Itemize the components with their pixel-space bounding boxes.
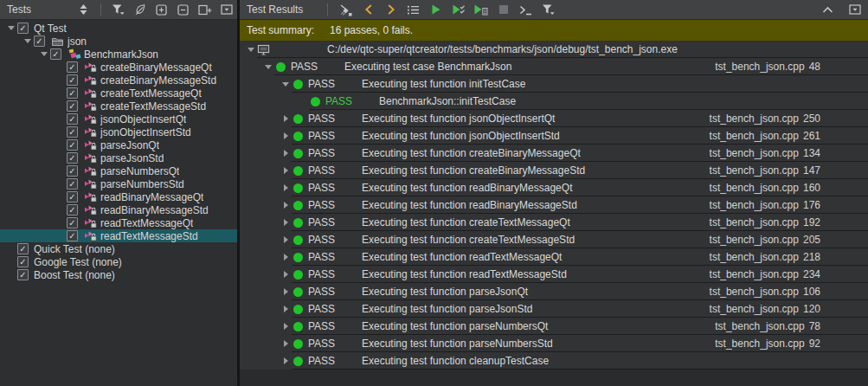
- line-number[interactable]: 106: [803, 286, 820, 298]
- collapse-up-icon[interactable]: [820, 3, 835, 17]
- checkbox-checked[interactable]: ✓: [67, 204, 78, 216]
- result-row[interactable]: C:/dev/qtc-super/qtcreator/tests/benchma…: [240, 41, 868, 58]
- expander-right-icon[interactable]: [280, 271, 292, 278]
- expander-down-icon[interactable]: [245, 48, 257, 52]
- checkbox-checked[interactable]: ✓: [67, 113, 78, 125]
- line-number[interactable]: 205: [803, 234, 820, 246]
- checkbox-checked[interactable]: ✓: [67, 152, 78, 164]
- result-row[interactable]: PASSExecuting test function parseNumbers…: [240, 335, 868, 352]
- expander-down-icon[interactable]: [262, 65, 274, 69]
- line-number[interactable]: 78: [809, 320, 820, 332]
- result-row[interactable]: PASSExecuting test function readBinaryMe…: [240, 196, 868, 214]
- result-row[interactable]: PASSExecuting test case BenchmarkJsontst…: [240, 58, 868, 75]
- tree-item-Boost-Test-none-[interactable]: ✓Boost Test (none): [0, 268, 237, 281]
- result-row[interactable]: PASSExecuting test function readBinaryMe…: [240, 179, 868, 196]
- expander-right-icon[interactable]: [280, 184, 292, 191]
- line-number[interactable]: 218: [803, 251, 820, 263]
- file-name[interactable]: tst_bench_json.cpp: [710, 268, 799, 280]
- checkbox-checked[interactable]: ✓: [67, 139, 78, 151]
- checkbox-checked[interactable]: ✓: [67, 230, 78, 241]
- file-link[interactable]: tst_bench_json.cpp160: [710, 182, 868, 194]
- file-link[interactable]: tst_bench_json.cpp205: [710, 234, 868, 246]
- line-number[interactable]: 192: [803, 216, 820, 228]
- result-row[interactable]: PASSExecuting test function readTextMess…: [240, 266, 868, 283]
- checkbox-checked[interactable]: ✓: [17, 256, 29, 267]
- expander-right-icon[interactable]: [280, 357, 292, 364]
- checkbox-checked[interactable]: ✓: [50, 48, 61, 60]
- tree-item-readTextMessageStd[interactable]: ✓readTextMessageStd: [0, 229, 237, 242]
- file-name[interactable]: tst_bench_json.cpp: [710, 234, 799, 246]
- expander-right-icon[interactable]: [280, 219, 292, 226]
- expander-down-icon[interactable]: [280, 82, 292, 87]
- file-name[interactable]: tst_bench_json.cpp: [710, 303, 799, 315]
- result-row[interactable]: PASSExecuting test function jsonObjectIn…: [240, 110, 868, 127]
- result-row[interactable]: PASSExecuting test function createTextMe…: [240, 231, 868, 248]
- expander-down-icon[interactable]: [5, 26, 17, 30]
- tree-item-json[interactable]: ✓json: [0, 35, 237, 48]
- filter-icon[interactable]: [111, 3, 125, 17]
- expander-right-icon[interactable]: [280, 306, 292, 312]
- expander-right-icon[interactable]: [280, 323, 292, 330]
- tree-item-Qt-Test[interactable]: ✓Qt Test: [0, 22, 237, 35]
- tree-item-readBinaryMessageQt[interactable]: ✓readBinaryMessageQt: [0, 190, 237, 203]
- checkbox-checked[interactable]: ✓: [67, 191, 78, 203]
- result-row[interactable]: PASSExecuting test function createTextMe…: [240, 214, 868, 231]
- file-name[interactable]: tst_bench_json.cpp: [710, 130, 799, 142]
- expand-all-icon[interactable]: [154, 3, 169, 17]
- file-link[interactable]: tst_bench_json.cpp78: [715, 320, 868, 332]
- checkbox-checked[interactable]: ✓: [67, 61, 78, 73]
- file-link[interactable]: tst_bench_json.cpp218: [710, 251, 868, 263]
- result-row[interactable]: PASSExecuting test function parseJsonQtt…: [240, 283, 868, 300]
- result-row[interactable]: PASSExecuting test function createBinary…: [240, 145, 868, 162]
- checkbox-checked[interactable]: ✓: [67, 74, 78, 86]
- tree-item-BenchmarkJson[interactable]: ✓BenchmarkJson: [0, 48, 237, 61]
- line-number[interactable]: 92: [809, 338, 820, 350]
- result-row[interactable]: PASSExecuting test function createBinary…: [240, 162, 868, 179]
- clean-icon[interactable]: [338, 3, 353, 17]
- file-name[interactable]: tst_bench_json.cpp: [710, 113, 799, 125]
- checkbox-checked[interactable]: ✓: [67, 87, 78, 99]
- tree-item-Google-Test-none-[interactable]: ✓Google Test (none): [0, 255, 237, 268]
- expander-right-icon[interactable]: [280, 150, 292, 157]
- result-row[interactable]: PASSExecuting test function cleanupTestC…: [240, 352, 868, 370]
- file-name[interactable]: tst_bench_json.cpp: [710, 286, 799, 298]
- file-name[interactable]: tst_bench_json.cpp: [715, 338, 804, 350]
- prev-icon[interactable]: [361, 3, 376, 17]
- tree-item-createBinaryMessageQt[interactable]: ✓createBinaryMessageQt: [0, 61, 237, 74]
- stop-icon[interactable]: [496, 3, 511, 17]
- file-link[interactable]: tst_bench_json.cpp261: [710, 130, 868, 142]
- checkbox-checked[interactable]: ✓: [67, 126, 78, 138]
- expander-right-icon[interactable]: [280, 288, 292, 295]
- checkbox-checked[interactable]: ✓: [67, 217, 78, 228]
- expander-right-icon[interactable]: [280, 132, 292, 139]
- line-number[interactable]: 147: [803, 164, 820, 177]
- checkbox-checked[interactable]: ✓: [67, 178, 78, 190]
- expander-right-icon[interactable]: [280, 254, 292, 261]
- list-icon[interactable]: [406, 3, 421, 17]
- run-all-icon[interactable]: [428, 3, 443, 17]
- checkbox-checked[interactable]: ✓: [17, 269, 29, 280]
- line-number[interactable]: 261: [803, 130, 820, 142]
- result-row[interactable]: PASSExecuting test function readTextMess…: [240, 248, 868, 266]
- line-number[interactable]: 160: [803, 182, 820, 194]
- file-link[interactable]: tst_bench_json.cpp250: [710, 113, 868, 125]
- file-link[interactable]: tst_bench_json.cpp192: [710, 216, 868, 228]
- tree-item-createTextMessageStd[interactable]: ✓createTextMessageStd: [0, 100, 237, 113]
- expander-down-icon[interactable]: [38, 52, 50, 56]
- line-number[interactable]: 48: [809, 61, 820, 73]
- file-name[interactable]: tst_bench_json.cpp: [710, 164, 799, 177]
- expander-right-icon[interactable]: [280, 236, 292, 243]
- collapse-all-icon[interactable]: [176, 3, 190, 17]
- file-link[interactable]: tst_bench_json.cpp92: [715, 338, 868, 350]
- file-link[interactable]: tst_bench_json.cpp234: [710, 268, 868, 280]
- file-name[interactable]: tst_bench_json.cpp: [710, 216, 799, 228]
- file-link[interactable]: tst_bench_json.cpp176: [710, 199, 868, 211]
- tree-item-parseJsonQt[interactable]: ✓parseJsonQt: [0, 138, 237, 151]
- expander-right-icon[interactable]: [280, 167, 292, 174]
- tree-item-jsonObjectInsertStd[interactable]: ✓jsonObjectInsertStd: [0, 125, 237, 138]
- console-icon[interactable]: [518, 3, 533, 17]
- tree-item-readBinaryMessageStd[interactable]: ✓readBinaryMessageStd: [0, 203, 237, 216]
- expander-right-icon[interactable]: [280, 202, 292, 209]
- result-row[interactable]: PASSExecuting test function parseJsonStd…: [240, 300, 868, 318]
- file-name[interactable]: tst_bench_json.cpp: [715, 61, 804, 73]
